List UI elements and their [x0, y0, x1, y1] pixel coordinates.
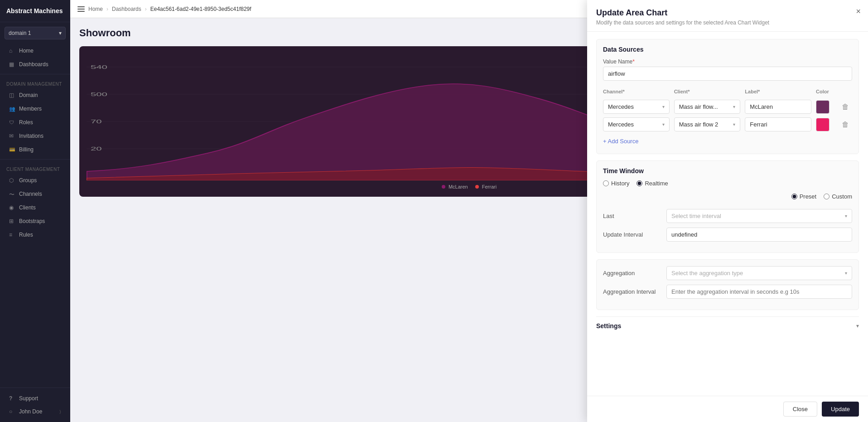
sidebar-item-invitations[interactable]: Invitations — [3, 130, 68, 142]
aggregation-select[interactable]: Select the aggregation type ▾ — [666, 266, 852, 280]
breadcrumb-dashboards[interactable]: Dashboards — [112, 6, 141, 12]
channels-icon — [9, 191, 15, 197]
rules-icon — [9, 232, 15, 238]
aggregation-interval-input[interactable] — [666, 285, 852, 299]
panel-subtitle: Modify the data sources and settings for… — [596, 19, 859, 26]
data-source-row: Mercedes ▾ Mass air flow 2 ▾ 🗑 — [603, 117, 852, 131]
sidebar-item-label: Members — [19, 106, 42, 112]
sidebar-item-support[interactable]: Support — [3, 392, 68, 405]
history-radio[interactable] — [603, 180, 609, 186]
update-panel: Update Area Chart Modify the data source… — [587, 0, 868, 422]
app-logo: Abstract Machines — [0, 0, 70, 22]
data-source-row: Mercedes ▾ Mass air flow... ▾ 🗑 — [603, 100, 852, 114]
settings-chevron-icon: ▾ — [856, 323, 859, 329]
last-row: Last Select time interval ▾ — [603, 209, 852, 223]
sidebar: Abstract Machines domain 1 ▾ Home Dashbo… — [0, 0, 70, 422]
time-interval-select[interactable]: Select time interval ▾ — [666, 209, 852, 223]
label-input-1[interactable] — [745, 100, 811, 114]
realtime-radio[interactable] — [637, 180, 642, 186]
sidebar-item-clients[interactable]: Clients — [3, 201, 68, 214]
legend-ferrari: Ferrari — [475, 184, 497, 189]
domain-select[interactable]: domain 1 ▾ — [5, 27, 66, 39]
preset-radio-label[interactable]: Preset — [791, 193, 817, 200]
custom-radio[interactable] — [824, 194, 829, 199]
sidebar-item-label: Rules — [19, 232, 33, 238]
support-icon — [9, 395, 15, 402]
hamburger-menu[interactable] — [77, 5, 85, 13]
svg-text:70: 70 — [91, 119, 102, 125]
sidebar-item-rules[interactable]: Rules — [3, 228, 68, 241]
data-sources-title: Data Sources — [603, 46, 852, 53]
time-window-title: Time Window — [603, 167, 852, 175]
settings-title: Settings — [596, 322, 621, 330]
aggregation-section: Aggregation Select the aggregation type … — [596, 259, 859, 310]
data-sources-header: Channel* Client* Label* Color — [603, 86, 852, 97]
delete-row-1-button[interactable]: 🗑 — [839, 101, 852, 113]
sidebar-item-home[interactable]: Home — [3, 44, 68, 57]
sidebar-item-roles[interactable]: Roles — [3, 116, 68, 129]
sidebar-item-label: Groups — [19, 177, 37, 184]
update-interval-input[interactable] — [666, 228, 852, 242]
preset-custom-group: Preset Custom — [791, 193, 852, 200]
sidebar-item-bootstraps[interactable]: Bootstraps — [3, 215, 68, 228]
sidebar-item-label: Domain — [19, 92, 38, 98]
update-interval-label: Update Interval — [603, 231, 666, 238]
aggregation-interval-row: Aggregation Interval — [603, 285, 852, 299]
panel-close-button[interactable]: × — [856, 7, 861, 15]
client-select-1[interactable]: Mass air flow... ▾ — [674, 100, 741, 114]
add-source-button[interactable]: + Add Source — [603, 135, 638, 147]
aggregation-row: Aggregation Select the aggregation type … — [603, 266, 852, 280]
domain-management-label: Domain Management — [0, 77, 70, 88]
legend-mclaren: McLaren — [442, 184, 468, 189]
color-swatch-2[interactable] — [816, 118, 829, 131]
sidebar-item-domain[interactable]: Domain — [3, 89, 68, 102]
custom-radio-label[interactable]: Custom — [824, 193, 852, 200]
color-swatch-1[interactable] — [816, 100, 829, 114]
sidebar-item-groups[interactable]: Groups — [3, 174, 68, 187]
bootstraps-icon — [9, 218, 15, 224]
close-button[interactable]: Close — [783, 402, 817, 417]
dashboard-icon — [9, 61, 15, 68]
sidebar-item-user[interactable]: John Doe ⟩ — [3, 405, 68, 418]
client-header: Client* — [674, 89, 741, 94]
client-management-label: Client Management — [0, 162, 70, 174]
sidebar-item-label: Dashboards — [19, 61, 48, 68]
channel-header: Channel* — [603, 89, 670, 94]
sidebar-item-label: Channels — [19, 191, 42, 197]
history-radio-label[interactable]: History — [603, 180, 629, 187]
update-interval-row: Update Interval — [603, 228, 852, 242]
channel-select-1[interactable]: Mercedes ▾ — [603, 100, 670, 114]
value-name-input[interactable] — [603, 67, 852, 81]
label-header: Label* — [745, 89, 811, 94]
realtime-radio-label[interactable]: Realtime — [637, 180, 668, 187]
value-name-label: Value Name* — [603, 58, 852, 65]
time-mode-radio-group: History Realtime — [603, 180, 852, 187]
user-icon — [9, 408, 15, 415]
sidebar-item-label: Home — [19, 48, 34, 54]
svg-text:500: 500 — [91, 92, 107, 97]
roles-icon — [9, 119, 15, 126]
breadcrumb-home[interactable]: Home — [88, 6, 103, 12]
sidebar-item-label: Billing — [19, 146, 34, 153]
sidebar-item-channels[interactable]: Channels — [3, 188, 68, 200]
label-input-2[interactable] — [745, 117, 811, 131]
update-button[interactable]: Update — [822, 402, 859, 417]
domain-icon — [9, 92, 15, 98]
svg-text:20: 20 — [91, 146, 102, 152]
breadcrumb-sep-2: › — [145, 6, 147, 12]
client-select-2[interactable]: Mass air flow 2 ▾ — [674, 117, 741, 131]
channel-select-2[interactable]: Mercedes ▾ — [603, 117, 670, 131]
sidebar-item-members[interactable]: Members — [3, 102, 68, 115]
settings-collapsible[interactable]: Settings ▾ — [596, 316, 859, 335]
sidebar-item-dashboards[interactable]: Dashboards — [3, 58, 68, 71]
breadcrumb-page-id: Ee4ac561-6ad2-49e1-8950-3ed5c41f829f — [150, 6, 251, 12]
panel-footer: Close Update — [587, 396, 868, 422]
aggregation-label: Aggregation — [603, 270, 666, 276]
groups-icon — [9, 177, 15, 184]
last-label: Last — [603, 213, 666, 219]
sidebar-item-billing[interactable]: Billing — [3, 143, 68, 156]
sidebar-item-label: John Doe — [19, 408, 42, 415]
panel-body: Data Sources Value Name* Channel* Client… — [587, 32, 868, 396]
preset-radio[interactable] — [791, 194, 797, 199]
delete-row-2-button[interactable]: 🗑 — [839, 119, 852, 131]
